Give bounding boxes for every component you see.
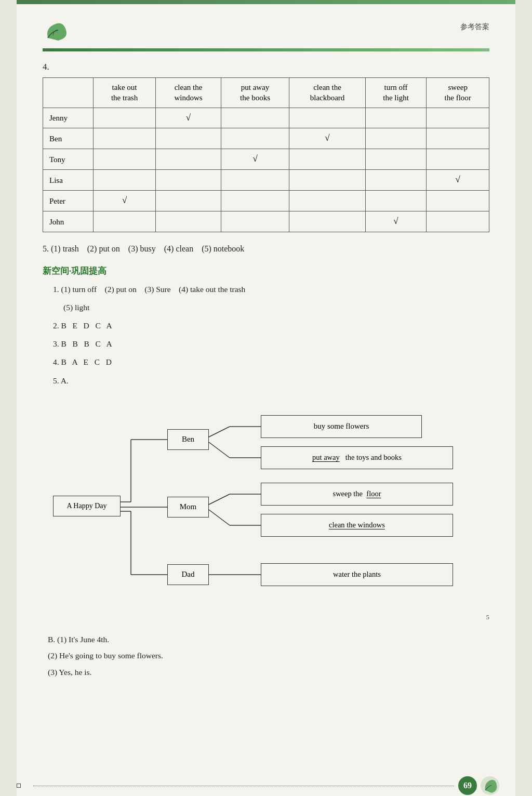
- sweep-label: sweep the floor: [332, 489, 381, 498]
- mindmap-ben: Ben: [167, 429, 209, 450]
- john-blackboard: [289, 211, 365, 232]
- row-ben-name: Ben: [43, 128, 94, 149]
- table-row: Lisa √: [43, 170, 489, 191]
- chore-table: take outthe trash clean thewindows put a…: [43, 77, 489, 232]
- newspace-q4: 4. B A E C D: [43, 355, 489, 369]
- ben-blackboard: √: [289, 128, 365, 149]
- jenny-floor: [427, 108, 489, 128]
- newspace-q2: 2. B E D C A: [43, 319, 489, 333]
- mindmap-page-ref: 5: [486, 613, 490, 621]
- header-title: 参考答案: [460, 20, 489, 32]
- mindmap-dad: Dad: [167, 564, 209, 585]
- lisa-floor: √: [427, 170, 489, 191]
- jenny-windows: √: [156, 108, 221, 128]
- question-4-label: 4.: [43, 62, 489, 72]
- water-plants-label: water the plants: [333, 570, 381, 579]
- svg-line-9: [209, 442, 230, 458]
- lisa-trash: [93, 170, 156, 191]
- col-blackboard: clean theblackboard: [289, 78, 365, 108]
- page: 参考答案 4. take outthe trash clean thewindo…: [17, 0, 515, 796]
- ben-books: [221, 128, 289, 149]
- peter-trash: √: [93, 191, 156, 211]
- section-b-item2: (2) He's going to buy some flowers.: [48, 648, 489, 663]
- tony-blackboard: [289, 149, 365, 170]
- check-icon: √: [122, 195, 127, 205]
- dot-line: [33, 786, 454, 786]
- ben-windows: [156, 128, 221, 149]
- bottom-bar: 69: [17, 775, 515, 796]
- check-icon: √: [186, 113, 191, 123]
- row-john-name: John: [43, 211, 94, 232]
- row-peter-name: Peter: [43, 191, 94, 211]
- check-icon: √: [456, 175, 460, 184]
- put-away-label: put away the toys and books: [312, 453, 402, 462]
- bottom-leaf-icon: [480, 776, 500, 795]
- ben-trash: [93, 128, 156, 149]
- newspace-q1b: (5) light: [43, 300, 489, 314]
- table-row: Peter √: [43, 191, 489, 211]
- table-row: John √: [43, 211, 489, 232]
- peter-blackboard: [289, 191, 365, 211]
- jenny-light: [365, 108, 427, 128]
- logo-icon: [43, 20, 71, 43]
- ben-light: [365, 128, 427, 149]
- jenny-blackboard: [289, 108, 365, 128]
- mindmap-task-water: water the plants: [261, 563, 453, 586]
- newspace-q1: 1. (1) turn off (2) put on (3) Sure (4) …: [43, 282, 489, 296]
- row-jenny-name: Jenny: [43, 108, 94, 128]
- page-number: 69: [458, 776, 477, 795]
- jenny-books: [221, 108, 289, 128]
- lisa-blackboard: [289, 170, 365, 191]
- john-light: √: [365, 211, 427, 232]
- newspace-q3: 3. B B B C A: [43, 337, 489, 351]
- col-windows: clean thewindows: [156, 78, 221, 108]
- mindmap-center: A Happy Day: [53, 496, 121, 516]
- clean-windows-label: clean the windows: [329, 521, 385, 529]
- tony-trash: [93, 149, 156, 170]
- mindmap-mom: Mom: [167, 497, 209, 518]
- jenny-trash: [93, 108, 156, 128]
- col-books: put awaythe books: [221, 78, 289, 108]
- john-floor: [427, 211, 489, 232]
- peter-windows: [156, 191, 221, 211]
- lisa-light: [365, 170, 427, 191]
- section-b-label: B. (1) It's June 4th.: [48, 632, 489, 647]
- peter-books: [221, 191, 289, 211]
- newspace-q5: 5. A.: [43, 374, 489, 388]
- question-5-answers: 5. (1) trash (2) put on (3) busy (4) cle…: [43, 242, 489, 257]
- new-space-title: 新空间·巩固提高: [43, 265, 489, 277]
- john-trash: [93, 211, 156, 232]
- mindmap-task-clean-windows: clean the windows: [261, 514, 453, 537]
- col-floor: sweepthe floor: [427, 78, 489, 108]
- table-row: Jenny √: [43, 108, 489, 128]
- tony-windows: [156, 149, 221, 170]
- lisa-windows: [156, 170, 221, 191]
- section-b: B. (1) It's June 4th. (2) He's going to …: [43, 632, 489, 680]
- tony-books: √: [221, 149, 289, 170]
- mindmap-task-buy-flowers: buy some flowers: [261, 415, 422, 438]
- check-icon: √: [393, 216, 398, 226]
- bottom-square-icon: [17, 784, 21, 788]
- tony-light: [365, 149, 427, 170]
- mindmap-task-put-away: put away the toys and books: [261, 446, 453, 469]
- row-lisa-name: Lisa: [43, 170, 94, 191]
- col-trash: take outthe trash: [93, 78, 156, 108]
- col-name: [43, 78, 94, 108]
- row-tony-name: Tony: [43, 149, 94, 170]
- table-row: Tony √: [43, 149, 489, 170]
- svg-line-13: [209, 510, 230, 525]
- table-row: Ben √: [43, 128, 489, 149]
- mindmap-container: A Happy Day Ben Mom Dad buy some flowers…: [43, 398, 489, 621]
- check-icon: √: [252, 154, 257, 164]
- john-books: [221, 211, 289, 232]
- svg-line-7: [209, 427, 230, 437]
- col-light: turn offthe light: [365, 78, 427, 108]
- john-windows: [156, 211, 221, 232]
- q5-label: 5. (1) trash (2) put on (3) busy (4) cle…: [43, 244, 244, 253]
- peter-floor: [427, 191, 489, 211]
- check-icon: √: [325, 133, 329, 143]
- lisa-books: [221, 170, 289, 191]
- mindmap-task-sweep: sweep the floor: [261, 483, 453, 506]
- section-b-item3: (3) Yes, he is.: [48, 665, 489, 680]
- peter-light: [365, 191, 427, 211]
